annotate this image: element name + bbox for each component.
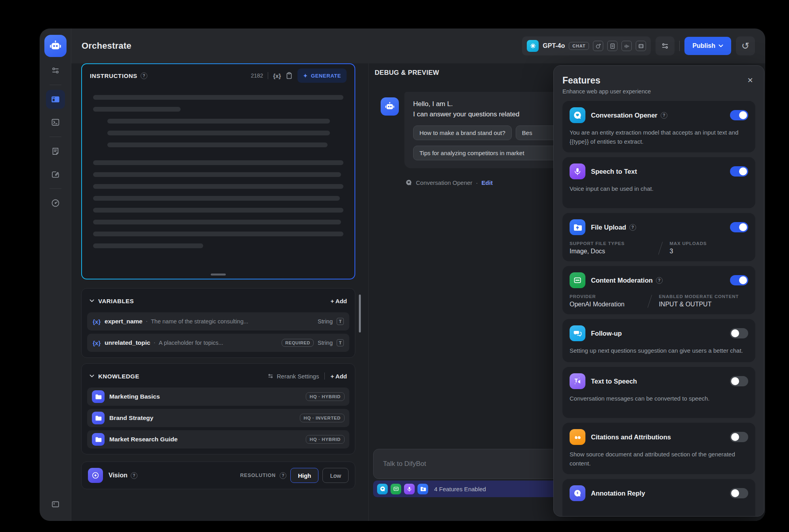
stat-divider — [658, 241, 663, 255]
speech-to-text-icon — [570, 163, 585, 179]
vision-icon — [593, 41, 603, 51]
sidebar-item-orchestrate[interactable] — [46, 90, 65, 109]
annotation-reply-icon — [570, 485, 585, 501]
folder-icon — [92, 390, 105, 403]
knowledge-section: KNOWLEDGE Rerank Settings + Add — [81, 363, 355, 454]
resolution-low-button[interactable]: Low — [322, 468, 349, 483]
rerank-settings-button[interactable]: Rerank Settings — [267, 373, 319, 380]
variable-braces-icon[interactable]: {x} — [273, 72, 281, 79]
variable-row[interactable]: {x} expert_name · The name of the strate… — [87, 312, 349, 331]
feature-toggle[interactable] — [730, 275, 748, 285]
help-icon[interactable]: ? — [280, 472, 286, 479]
history-icon: ↺ — [741, 40, 749, 51]
sidebar-item-settings[interactable] — [46, 61, 65, 80]
feature-title: Content Moderation — [591, 277, 653, 284]
debug-title: DEBUG & PREVIEW — [375, 69, 439, 76]
feature-toggle[interactable] — [730, 222, 748, 232]
sidebar-item-annotations[interactable] — [46, 165, 65, 184]
knowledge-row[interactable]: Marketing Basics HQ · HYBRID — [87, 388, 349, 406]
clipboard-icon[interactable] — [286, 72, 293, 79]
chevron-down-icon[interactable] — [90, 374, 94, 378]
text-type-icon: T — [337, 339, 344, 346]
rail-divider — [50, 85, 61, 85]
help-icon[interactable]: ? — [141, 72, 147, 79]
text-type-icon: T — [337, 318, 344, 325]
feature-desc: You are an entity extraction model that … — [570, 128, 748, 146]
knowledge-badge: HQ · HYBRID — [306, 435, 345, 444]
document-icon — [607, 41, 617, 51]
variable-desc: A placeholder for topics... — [159, 340, 223, 346]
resolution-high-button[interactable]: High — [290, 468, 318, 483]
feature-desc: Setting up next questions suggestion can… — [570, 346, 748, 356]
help-icon[interactable]: ? — [629, 224, 636, 231]
rail-divider — [50, 188, 61, 189]
knowledge-row[interactable]: Market Research Guide HQ · HYBRID — [87, 430, 349, 448]
variables-title: VARIABLES — [98, 298, 134, 304]
variable-icon: {x} — [93, 318, 101, 325]
sidebar-item-monitoring[interactable] — [46, 194, 65, 213]
opener-attribution-row: Conversation Opener · Edit — [405, 179, 493, 186]
edit-opener-link[interactable]: Edit — [482, 179, 493, 186]
resolution-label: RESOLUTION — [240, 473, 276, 478]
feature-toggle[interactable] — [730, 432, 748, 442]
resize-handle[interactable] — [211, 274, 226, 276]
feature-toggle[interactable] — [730, 110, 748, 120]
robot-icon — [385, 101, 395, 112]
publish-label: Publish — [692, 42, 715, 49]
knowledge-name: Brand Strategy — [109, 414, 153, 422]
stat-label: MAX UPLOADS — [669, 241, 707, 246]
knowledge-row[interactable]: Brand Strategy HQ · INVERTED — [87, 409, 349, 427]
features-subtitle: Enhance web app user experience — [562, 88, 755, 95]
feature-title: Conversation Opener — [591, 112, 658, 119]
add-variable-button[interactable]: + Add — [330, 298, 347, 304]
variable-row[interactable]: {x} unrelated_topic · A placeholder for … — [87, 334, 349, 352]
scrollbar[interactable] — [359, 294, 361, 332]
robot-app-icon[interactable] — [44, 35, 67, 57]
vision-title: Vision — [109, 472, 128, 479]
divider — [324, 372, 325, 380]
browser-window-icon — [50, 94, 61, 104]
feature-toggle[interactable] — [730, 328, 748, 338]
model-name: GPT-4o — [543, 42, 565, 49]
help-icon[interactable]: ? — [131, 472, 137, 479]
stat-label: PROVIDER — [570, 294, 641, 299]
audio-icon — [621, 41, 632, 51]
title-bar: Orchestrate ✳ GPT-4o CHAT — [71, 28, 765, 63]
file-upload-icon — [570, 219, 585, 235]
help-icon[interactable]: ? — [661, 112, 667, 119]
content-moderation-icon — [570, 272, 585, 288]
feature-card-file-upload: File Upload ? SUPPORT FILE TYPES Image, … — [562, 213, 755, 261]
prompt-skeleton[interactable] — [82, 87, 354, 248]
chat-input-placeholder: Talk to DifyBot — [383, 460, 426, 468]
sidebar-item-terminal[interactable] — [46, 113, 65, 132]
features-panel: Features Enhance web app user experience… — [553, 65, 764, 517]
annotation-icon — [51, 169, 60, 179]
feature-toggle[interactable] — [730, 166, 748, 177]
sliders-icon — [661, 42, 669, 50]
feature-title: Text to Speech — [591, 378, 637, 385]
close-icon[interactable]: ✕ — [746, 76, 755, 85]
page-title: Orchestrate — [82, 41, 132, 51]
chevron-down-icon[interactable] — [90, 299, 94, 302]
version-history-button[interactable]: ↺ — [736, 36, 755, 55]
video-icon — [636, 41, 646, 51]
feature-toggle[interactable] — [730, 488, 748, 498]
collapse-panel-icon — [51, 500, 60, 509]
feature-title: File Upload — [591, 224, 626, 231]
add-knowledge-button[interactable]: + Add — [330, 373, 347, 380]
generate-button[interactable]: ✦ GENERATE — [297, 68, 347, 83]
opener-label: Conversation Opener — [416, 179, 473, 186]
stat-label: ENABLED MODERATE CONTENT — [659, 294, 739, 299]
sidebar-item-logs[interactable] — [46, 142, 65, 161]
stat-value: INPUT & OUTPUT — [659, 301, 739, 308]
stat-value: 3 — [669, 248, 707, 255]
model-parameters-button[interactable] — [656, 36, 675, 55]
help-icon[interactable]: ? — [656, 277, 663, 284]
feature-toggle[interactable] — [730, 376, 748, 386]
publish-button[interactable]: Publish — [684, 37, 731, 55]
model-selector[interactable]: ✳ GPT-4o CHAT — [522, 36, 651, 55]
suggested-question-chip[interactable]: How to make a brand stand out? — [413, 125, 512, 140]
collapse-sidebar-button[interactable] — [46, 495, 65, 514]
vision-section: Vision ? RESOLUTION ? High Low — [81, 462, 355, 489]
text-to-speech-icon — [570, 373, 585, 389]
